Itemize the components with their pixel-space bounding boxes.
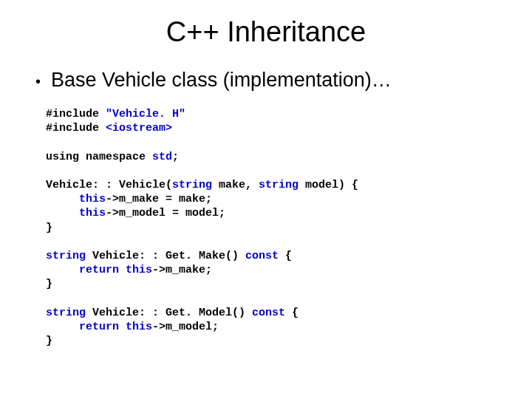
code-keyword: return this (79, 321, 152, 333)
code-text: ->m_make; (152, 264, 212, 276)
code-text (46, 193, 79, 205)
code-keyword: const (252, 307, 285, 319)
code-include: <iostream> (106, 122, 172, 134)
code-keyword: string (46, 307, 86, 319)
code-keyword: string (46, 250, 86, 262)
code-keyword: this (79, 193, 106, 205)
code-text: using namespace (46, 151, 152, 163)
code-text: } (46, 278, 52, 290)
code-text: make, (212, 179, 259, 191)
code-text: Vehicle: : Get. Make() (86, 250, 245, 262)
code-text (46, 207, 79, 219)
code-text: #include (46, 108, 106, 120)
code-text: { (279, 250, 292, 262)
code-string: "Vehicle. H" (106, 108, 185, 120)
code-text: ->m_make = make; (106, 193, 212, 205)
code-text: Vehicle: : Get. Model() (86, 307, 252, 319)
code-text: ; (172, 151, 179, 163)
code-keyword: string (172, 179, 212, 191)
code-text: ->m_model; (152, 321, 219, 333)
code-keyword: std (152, 151, 172, 163)
code-block: #include "Vehicle. H" #include <iostream… (46, 107, 502, 348)
code-text (46, 321, 79, 333)
code-text: } (46, 335, 52, 347)
code-keyword: this (79, 207, 106, 219)
code-keyword: const (245, 250, 279, 262)
bullet-dot: • (35, 69, 41, 94)
slide: C++ Inheritance • Base Vehicle class (im… (0, 0, 532, 399)
code-text: Vehicle: : Vehicle( (46, 179, 172, 191)
code-text: { (285, 307, 299, 319)
bullet-text: Base Vehicle class (implementation)… (51, 69, 392, 92)
code-text: #include (46, 122, 106, 134)
bullet-item: • Base Vehicle class (implementation)… (35, 69, 502, 94)
slide-title: C++ Inheritance (30, 16, 502, 48)
code-text (46, 264, 79, 276)
code-keyword: return this (79, 264, 152, 276)
code-text: model) { (299, 179, 358, 191)
code-keyword: string (259, 179, 299, 191)
code-text: ->m_model = model; (106, 207, 225, 219)
code-text: } (46, 222, 52, 234)
